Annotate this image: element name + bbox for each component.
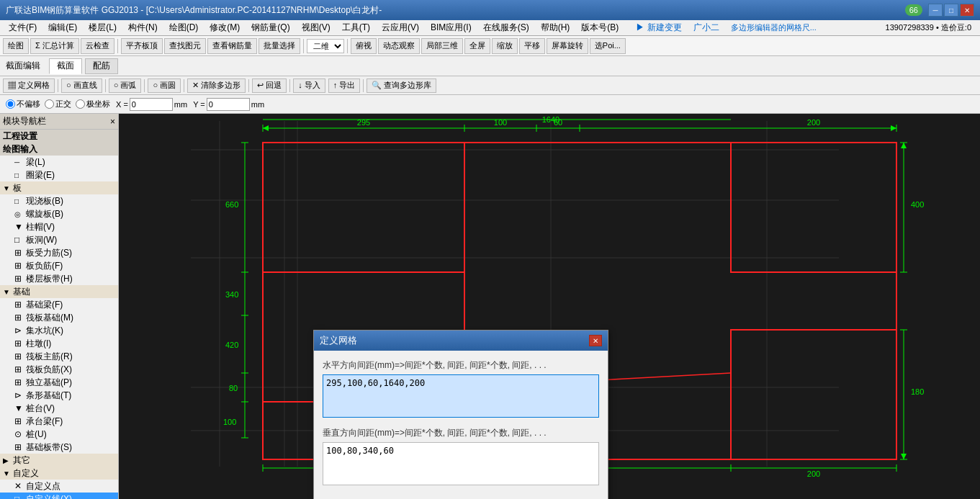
- menu-version[interactable]: 版本号(B): [575, 20, 624, 35]
- nav-other-group[interactable]: ▶ 其它: [0, 454, 118, 467]
- nav-slab-neg-rebar[interactable]: ⊞ 板负筋(F): [0, 259, 118, 272]
- nav-slab-group[interactable]: ▼ 板: [0, 181, 118, 194]
- beam-icon: ─: [14, 158, 26, 166]
- menu-online[interactable]: 在线服务(S): [477, 20, 535, 35]
- nav-col-pier[interactable]: ⊞ 柱墩(I): [0, 337, 118, 350]
- nav-raft-foundation[interactable]: ⊞ 筏板基础(M): [0, 311, 118, 324]
- menu-help[interactable]: 帮助(H): [535, 20, 576, 35]
- menu-gxe[interactable]: 广小二: [688, 20, 725, 35]
- clear-polygon-button[interactable]: ✕ 清除多边形: [187, 78, 246, 93]
- close-button[interactable]: ✕: [960, 4, 974, 17]
- nav-sump[interactable]: ⊳ 集水坑(K): [0, 324, 118, 337]
- select-poi-button[interactable]: 选Poi...: [590, 38, 626, 54]
- nav-col-cap[interactable]: ▼ 柱帽(V): [0, 220, 118, 233]
- x-unit: mm: [174, 100, 187, 109]
- nav-draw-input[interactable]: 绘图输入: [0, 143, 118, 156]
- maximize-button[interactable]: □: [944, 4, 958, 17]
- nav-pile[interactable]: ⊙ 桩(U): [0, 428, 118, 441]
- pile-icon: ⊙: [14, 429, 26, 439]
- nav-raft-neg-rebar[interactable]: ⊞ 筏板负筋(X): [0, 363, 118, 376]
- minimize-button[interactable]: ─: [928, 4, 943, 17]
- svg-text:420: 420: [225, 341, 238, 349]
- dialog-body: 水平方向间距(mm)=>间距*个数, 间距, 间距*个数, 间距, . . . …: [314, 351, 608, 499]
- nav-slab-hole[interactable]: □ 板洞(W): [0, 233, 118, 246]
- y-input[interactable]: [207, 98, 250, 111]
- calc-button[interactable]: Σ 汇总计算: [30, 38, 79, 54]
- nav-beam[interactable]: ─ 梁(L): [0, 156, 118, 168]
- zoom-button[interactable]: 缩放: [492, 38, 518, 54]
- nav-floor-band[interactable]: ⊞ 楼层板带(H): [0, 272, 118, 285]
- nav-pile-cap[interactable]: ▼ 桩台(V): [0, 402, 118, 415]
- fullscreen-button[interactable]: 全屏: [464, 38, 490, 54]
- nav-foundation-beam[interactable]: ⊞ 基础梁(F): [0, 298, 118, 311]
- menu-bim[interactable]: BIM应用(I): [425, 20, 477, 35]
- h-spacing-input[interactable]: 295,100,60,1640,200: [323, 374, 599, 418]
- find-element-button[interactable]: 查找图元: [164, 38, 206, 54]
- menu-component[interactable]: 构件(N): [122, 20, 163, 35]
- view-rebar-button[interactable]: 查看钢筋量: [207, 38, 257, 54]
- panel-header: 模块导航栏 ×: [0, 114, 118, 130]
- draw-line-button[interactable]: ○ 画直线: [61, 78, 102, 93]
- top-view-button[interactable]: 俯视: [351, 38, 377, 54]
- nav-spiral-slab[interactable]: ◎ 螺旋板(B): [0, 207, 118, 220]
- panel-controls[interactable]: ×: [110, 117, 115, 127]
- tab-section[interactable]: 截面: [49, 58, 82, 74]
- v-spacing-input[interactable]: 100,80,340,60: [323, 442, 599, 485]
- query-lib-button[interactable]: 🔍 查询多边形库: [367, 78, 436, 93]
- nav-cast-slab[interactable]: □ 现浇板(B): [0, 194, 118, 207]
- menu-floor[interactable]: 楼层(L): [83, 20, 122, 35]
- nav-custom-point[interactable]: ✕ 自定义点: [0, 480, 118, 493]
- export-button[interactable]: ↑ 导出: [328, 78, 361, 93]
- radio-orthogonal[interactable]: 正交: [45, 99, 71, 109]
- cloud-check-button[interactable]: 云检查: [81, 38, 114, 54]
- menu-newchange[interactable]: ▶ 新建变更: [630, 20, 687, 35]
- menu-cloud[interactable]: 云应用(V): [376, 20, 425, 35]
- radio-no-offset[interactable]: 不偏移: [6, 99, 40, 109]
- undo-button[interactable]: ↩ 回退: [252, 78, 287, 93]
- menu-phone: 13907298339 • 造价豆:0: [880, 21, 977, 35]
- draw-arc-button[interactable]: ○ 画弧: [109, 78, 142, 93]
- menu-draw[interactable]: 绘图(D): [163, 20, 204, 35]
- nav-foundation-band[interactable]: ⊞ 基础板带(S): [0, 441, 118, 454]
- dynamic-view-button[interactable]: 动态观察: [378, 38, 420, 54]
- nav-strip-foundation[interactable]: ⊳ 条形基础(T): [0, 389, 118, 402]
- draw-toolbar: ▦ 定义网格 ○ 画直线 ○ 画弧 ○ 画圆 ✕ 清除多边形 ↩ 回退 ↓ 导入…: [0, 76, 980, 95]
- dialog-close-button[interactable]: ✕: [589, 335, 602, 346]
- x-input[interactable]: [130, 98, 173, 111]
- nav-custom-group[interactable]: ▼ 自定义: [0, 467, 118, 480]
- rotate-button[interactable]: 屏幕旋转: [547, 38, 588, 54]
- nav-custom-line[interactable]: □ 自定义线(X): [0, 493, 118, 499]
- nav-isolated-foundation[interactable]: ⊞ 独立基础(P): [0, 376, 118, 389]
- canvas-area[interactable]: 295 100 60 1640 200 400 180: [119, 114, 980, 499]
- tab-rebar[interactable]: 配筋: [85, 58, 118, 74]
- dialog-title-bar[interactable]: 定义网格 ✕: [314, 331, 608, 351]
- menu-modify[interactable]: 修改(M): [204, 20, 246, 35]
- menu-rebar[interactable]: 钢筋量(Q): [246, 20, 295, 35]
- align-top-button[interactable]: 平齐板顶: [121, 38, 163, 54]
- draw-circle-button[interactable]: ○ 画圆: [148, 78, 181, 93]
- nav-cap-beam[interactable]: ⊞ 承台梁(F): [0, 415, 118, 428]
- custom-point-icon: ✕: [14, 481, 26, 491]
- menu-tool[interactable]: 工具(T): [336, 20, 376, 35]
- svg-marker-64: [891, 125, 896, 131]
- menu-edit[interactable]: 编辑(E): [42, 20, 83, 35]
- import-button[interactable]: ↓ 导入: [293, 78, 325, 93]
- local-3d-button[interactable]: 局部三维: [421, 38, 463, 54]
- raft-icon: ⊞: [14, 313, 26, 323]
- nav-foundation-group[interactable]: ▼ 基础: [0, 285, 118, 298]
- menu-file[interactable]: 文件(F): [3, 20, 42, 35]
- define-grid-button[interactable]: ▦ 定义网格: [3, 78, 55, 93]
- pan-button[interactable]: 平移: [519, 38, 545, 54]
- slab-rebar-icon: ⊞: [14, 248, 26, 258]
- floor-band-icon: ⊞: [14, 274, 26, 284]
- menu-editor[interactable]: 多边形编辑器的网格尺...: [725, 21, 822, 35]
- nav-raft-main-rebar[interactable]: ⊞ 筏板主筋(R): [0, 350, 118, 363]
- draw-button[interactable]: 绘图: [3, 38, 29, 54]
- batch-select-button[interactable]: 批量选择: [259, 38, 300, 54]
- menu-view[interactable]: 视图(V): [296, 20, 336, 35]
- nav-project-settings[interactable]: 工程设置: [0, 130, 118, 143]
- nav-ring-beam[interactable]: □ 圈梁(E): [0, 168, 118, 181]
- view-mode-select[interactable]: 二维 三维: [307, 39, 344, 53]
- radio-polar[interactable]: 极坐标: [76, 99, 110, 109]
- nav-slab-rebar[interactable]: ⊞ 板受力筋(S): [0, 246, 118, 259]
